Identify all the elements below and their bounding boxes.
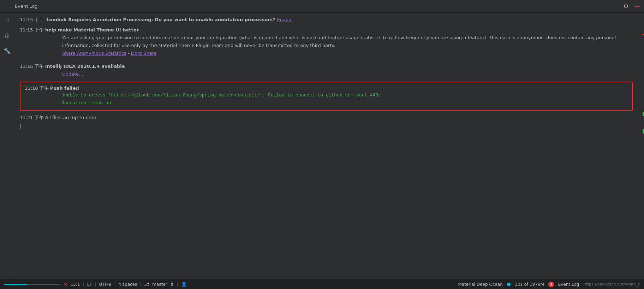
cancel-button[interactable]: ✕ <box>64 282 68 287</box>
git-icon: ⎇ <box>144 282 149 287</box>
status-bar: ✕ 15:1 | LF | UTF-8 | 4 spaces | ⎇ maste… <box>0 279 644 289</box>
push-icon[interactable]: ⬆ <box>170 282 174 287</box>
lombok-enable-link[interactable]: Enable <box>277 17 292 22</box>
url-label[interactable]: https://blog.csdn.net/yitian_z <box>583 282 640 287</box>
log-entry-material: 11:15 下午 help make Material Theme UI bet… <box>14 26 638 58</box>
log-entry-error: 11:18 下午 Push failed Unable to access 'h… <box>20 82 633 111</box>
error-body: Unable to access 'https://github.com/Yit… <box>25 92 628 107</box>
material-body: We are asking your permission to send in… <box>20 34 638 49</box>
material-header: 11:15 下午 help make Material Theme UI bet… <box>20 26 638 34</box>
log-entry-uptodate: 11:21 下午 All files are up-to-date <box>14 113 638 122</box>
log-entry-lombok: 11:15 | | Lombok Requires Annotation Pro… <box>14 16 638 24</box>
uptodate-header: 11:21 下午 All files are up-to-date <box>20 114 638 122</box>
user-icon: 👤 <box>181 282 187 287</box>
error-title: Push failed <box>50 85 79 91</box>
intellij-timestamp: 11:16 下午 <box>20 64 45 69</box>
status-right: Material Deep Ocean 321 of 1979M 3 Event… <box>458 282 640 287</box>
sep3: | <box>114 282 115 287</box>
error-header: 11:18 下午 Push failed <box>25 85 628 92</box>
title-bar-left: ⋮⋮ Event Log <box>4 4 38 9</box>
minimize-icon[interactable]: — <box>634 3 640 10</box>
encoding-label: UTF-8 <box>99 282 111 287</box>
error-detail: Operation timed out <box>61 100 114 106</box>
update-link[interactable]: Update... <box>62 71 83 77</box>
line-ending-label: LF <box>87 282 92 287</box>
check-icon[interactable]: ☑ <box>3 16 11 25</box>
intellij-links: Update... <box>20 70 638 78</box>
event-log-label[interactable]: Event Log <box>558 282 579 287</box>
material-timestamp: 11:15 下午 <box>20 27 45 33</box>
uptodate-title: All files are up-to-date <box>45 115 96 120</box>
cursor-line <box>14 122 638 129</box>
material-links: Share Anonymous Statistics - Dont Share <box>20 49 638 57</box>
scroll-indicator-green1 <box>643 112 644 116</box>
scroll-indicator-red <box>643 34 644 35</box>
sep1: | <box>83 282 84 287</box>
title-bar: ⋮⋮ Event Log ⚙ — <box>0 0 644 13</box>
dont-share-link[interactable]: Dont Share <box>131 51 157 56</box>
log-entry-intellij: 11:16 下午 IntelliJ IDEA 2020.1.4 availabl… <box>14 62 638 79</box>
progress-fill <box>4 284 27 285</box>
memory-label: 321 of 1979M <box>515 282 544 287</box>
indent-label: 4 spaces <box>118 282 137 287</box>
title-bar-actions: ⚙ — <box>624 3 640 10</box>
trash-icon[interactable]: 🗑 <box>3 31 11 40</box>
scroll-indicator-green2 <box>643 129 644 134</box>
text-cursor <box>20 124 20 129</box>
sep5: | <box>177 282 178 287</box>
window-title: Event Log <box>15 4 38 9</box>
share-anonymous-link[interactable]: Share Anonymous Statistics <box>62 51 126 56</box>
intellij-title: IntelliJ IDEA 2020.1.4 available <box>45 64 125 69</box>
error-timestamp: 11:18 下午 <box>25 85 50 91</box>
lombok-text: Lombok Requires Annotation Processing: D… <box>46 17 277 22</box>
theme-label: Material Deep Ocean <box>458 282 502 287</box>
log-content[interactable]: 11:15 | | Lombok Requires Annotation Pro… <box>14 13 644 279</box>
wrench-icon[interactable]: 🔧 <box>2 46 12 55</box>
event-log-badge: 3 <box>548 282 554 287</box>
title-bar-drag: ⋮⋮ <box>4 4 12 8</box>
link-separator: - <box>128 51 131 56</box>
sep4: | <box>140 282 141 287</box>
material-title: help make Material Theme UI better <box>45 27 139 33</box>
material-description: We are asking your permission to send in… <box>62 35 616 48</box>
theme-dot <box>507 283 511 286</box>
status-left: ✕ 15:1 | LF | UTF-8 | 4 spaces | ⎇ maste… <box>4 282 187 287</box>
position-label: 15:1 <box>71 282 80 287</box>
lombok-timestamp: 11:15 | | <box>20 17 45 22</box>
sidebar: ☑ 🗑 🔧 <box>0 13 14 279</box>
branch-label: master <box>152 282 167 287</box>
uptodate-timestamp: 11:21 下午 <box>20 115 45 120</box>
main-container: ☑ 🗑 🔧 11:15 | | Lombok Requires Annotati… <box>0 13 644 279</box>
progress-bar <box>4 284 61 285</box>
sep2: | <box>95 282 96 287</box>
intellij-header: 11:16 下午 IntelliJ IDEA 2020.1.4 availabl… <box>20 63 638 70</box>
settings-icon[interactable]: ⚙ <box>624 3 628 10</box>
